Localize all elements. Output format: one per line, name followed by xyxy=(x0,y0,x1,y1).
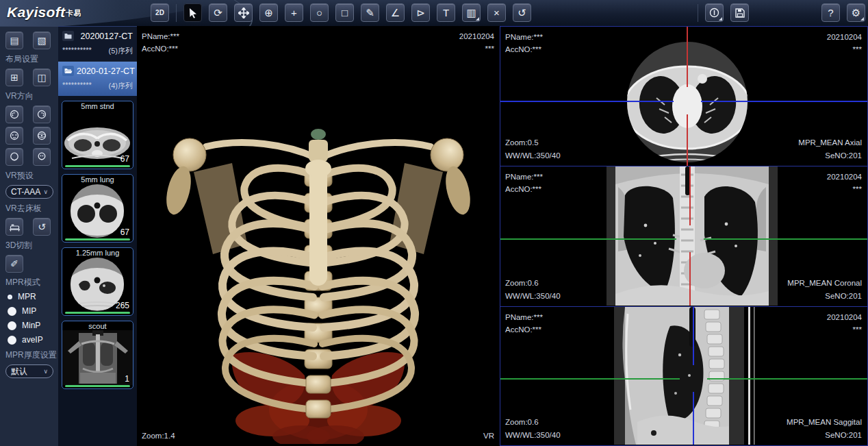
layout-split-button[interactable]: ◫ xyxy=(33,69,51,86)
sagittal-crosshair-v-bottom[interactable] xyxy=(693,392,694,445)
toolbar-separator xyxy=(698,4,698,22)
coronal-crosshair-h-left[interactable] xyxy=(500,238,676,240)
power-button[interactable] xyxy=(705,3,724,22)
panel-accno: AccNO:*** xyxy=(505,183,543,195)
layout-2d-button[interactable]: 2D xyxy=(151,3,169,22)
scout-xray-preview xyxy=(62,330,133,385)
mpr-coronal-viewport[interactable]: PName:***AccNO:*** 20210204*** Zoom:0.6W… xyxy=(500,166,868,307)
radio-dot-icon xyxy=(8,295,12,299)
thumbnail-image-count: 265 xyxy=(116,301,129,310)
settings-button[interactable]: ⚙ xyxy=(847,3,865,22)
head-rotate-right-icon xyxy=(36,109,47,120)
head-rotate-left-icon xyxy=(9,109,20,120)
logo-suffix: 卡易 xyxy=(66,9,81,17)
thumbnail-125mm-lung[interactable]: 1.25mm lung 265 xyxy=(62,247,133,316)
axial-crosshair-v-top[interactable] xyxy=(687,27,688,87)
remove-bed-button[interactable] xyxy=(5,218,23,236)
vr-preset-select[interactable]: CT-AAA ∨ xyxy=(5,185,53,199)
radio-aveip[interactable]: aveIP xyxy=(8,335,58,345)
folder-open-icon xyxy=(62,66,74,76)
layout-2d-icon: 2D xyxy=(155,10,164,16)
vr-head-rotate-right-button[interactable] xyxy=(33,106,51,123)
mpr-thickness-value: 默认 xyxy=(11,366,27,377)
rectangle-icon: □ xyxy=(342,8,348,18)
sagittal-crosshair-v-top[interactable] xyxy=(693,307,694,365)
ellipse-icon: ○ xyxy=(316,8,322,18)
axial-crosshair-v-bottom[interactable] xyxy=(687,114,688,166)
radio-minp[interactable]: MinP xyxy=(8,321,58,330)
folder-icon xyxy=(62,31,74,41)
thumbnail-label: scout xyxy=(62,322,133,330)
series-item-1[interactable]: 20200127-CT ********** (5)序列 xyxy=(58,27,137,62)
radio-mip[interactable]: MIP xyxy=(8,306,58,316)
panel-stars: *** xyxy=(827,43,862,55)
scalpel-cut-button[interactable]: ✐ xyxy=(5,255,23,273)
panel-pname: PName:*** xyxy=(505,171,543,183)
panel-zoom: Zoom:0.6 xyxy=(505,416,561,428)
panel-seno: SeNO:201 xyxy=(787,429,862,441)
series-list-panel-button[interactable]: ▤ xyxy=(5,32,23,49)
thumbnail-progress-bar xyxy=(65,312,130,314)
mpr-sagittal-viewport[interactable]: PName:***AccNO:*** 20210204*** Zoom:0.6W… xyxy=(500,307,868,446)
mpr-thickness-label: MPR厚度设置 xyxy=(5,349,58,361)
measure-line-button[interactable]: ✎ xyxy=(361,3,379,22)
vr-head-rotate-left-button[interactable] xyxy=(5,106,23,123)
panel-wwwl: WW/WL:350/40 xyxy=(505,149,561,162)
cone-view-button[interactable]: ⊳ xyxy=(411,3,430,22)
coronal-crosshair-v-top[interactable] xyxy=(689,166,691,225)
bed-icon xyxy=(9,222,21,232)
help-button[interactable]: ? xyxy=(821,3,840,22)
window-level-button[interactable]: ▥ xyxy=(462,3,481,22)
rect-roi-button[interactable]: □ xyxy=(335,3,354,22)
coronal-crosshair-v-bottom[interactable] xyxy=(689,252,691,306)
coronal-crosshair-h-right[interactable] xyxy=(704,238,867,240)
vr-viewport[interactable]: PName:*** AccNO:*** 20210204 *** Zoom:1.… xyxy=(137,26,500,446)
vr-head-face-right-button[interactable] xyxy=(33,127,51,145)
layout-grid-button[interactable]: ⊞ xyxy=(5,69,23,86)
vr-zoom-overlay: Zoom:1.4 xyxy=(142,430,175,442)
thumbnail-5mm-stnd[interactable]: 5mm stnd 67 xyxy=(62,101,133,169)
text-annotation-button[interactable]: T xyxy=(437,3,455,22)
angle-measure-button[interactable]: ∠ xyxy=(386,3,405,22)
pan-button[interactable] xyxy=(234,3,253,22)
zoom-button[interactable]: ⊕ xyxy=(259,3,278,22)
delete-annotation-button[interactable]: × xyxy=(487,3,506,22)
vr-stars: *** xyxy=(459,42,494,55)
panel-pname: PName:*** xyxy=(505,31,543,43)
thumbnail-scout[interactable]: scout 1 xyxy=(62,321,133,389)
bed-removal-label: VR去床板 xyxy=(5,203,58,214)
radio-label: MIP xyxy=(22,306,36,316)
axial-crosshair-h-left[interactable] xyxy=(500,101,674,102)
series-item-2[interactable]: 2020-01-27-CT ********** (4)序列 xyxy=(58,62,137,96)
thumbnail-5mm-lung[interactable]: 5mm lung 67 xyxy=(62,174,133,243)
head-face-right-icon xyxy=(36,130,47,141)
ellipse-roi-button[interactable]: ○ xyxy=(310,3,329,22)
sagittal-crosshair-h-left[interactable] xyxy=(500,378,680,380)
radio-dot-icon xyxy=(8,321,16,330)
axial-crosshair-h-right[interactable] xyxy=(701,101,867,102)
mpr-thickness-select[interactable]: 默认 ∨ xyxy=(5,364,53,378)
cursor-button[interactable] xyxy=(183,3,202,22)
thumbnail-label: 1.25mm lung xyxy=(62,249,133,257)
crosshair-button[interactable]: + xyxy=(285,3,303,22)
head-face-left-icon xyxy=(9,130,20,141)
mpr-axial-viewport[interactable]: PName:***AccNO:*** 20210204*** Zoom:0.5W… xyxy=(500,26,868,166)
left-sidebar: ▤ ▧ 布局设置 ⊞ ◫ VR方向 xyxy=(0,26,58,446)
sagittal-crosshair-h-right[interactable] xyxy=(707,378,867,380)
vr-head-back-button[interactable] xyxy=(5,148,23,166)
chevron-down-icon: ∨ xyxy=(43,188,48,195)
vr-ribcage-render xyxy=(161,107,476,444)
restore-bed-button[interactable]: ↺ xyxy=(33,218,51,236)
radio-mpr[interactable]: MPR xyxy=(8,292,58,301)
save-button[interactable] xyxy=(730,3,749,22)
pointer-arrow-icon xyxy=(188,8,198,18)
vr-head-face-left-button[interactable] xyxy=(5,127,23,145)
thumbnail-image-count: 1 xyxy=(125,374,129,384)
rotate-3d-button[interactable]: ⟳ xyxy=(209,3,227,22)
reset-view-button[interactable]: ↺ xyxy=(513,3,531,22)
gear-icon: ⚙ xyxy=(852,8,860,18)
vr-mode-overlay: VR xyxy=(483,430,494,442)
report-panel-button[interactable]: ▧ xyxy=(33,32,51,49)
vr-head-front-button[interactable] xyxy=(33,148,51,166)
vr-preset-label: VR预设 xyxy=(5,170,58,182)
